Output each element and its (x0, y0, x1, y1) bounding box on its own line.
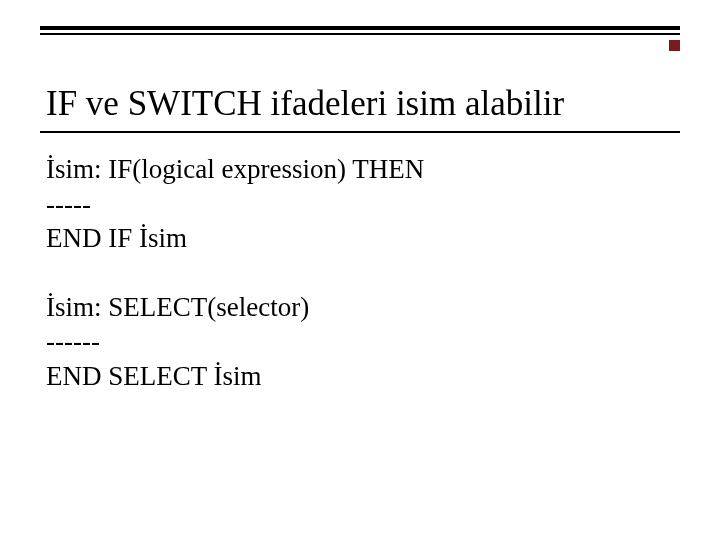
slide: IF ve SWITCH ifadeleri isim alabilir İsi… (0, 0, 720, 540)
code-line: İsim: SELECT(selector) (46, 290, 674, 325)
body-text: İsim: IF(logical expression) THEN ----- … (46, 152, 674, 393)
rule-thick (40, 26, 680, 30)
page-title: IF ve SWITCH ifadeleri isim alabilir (46, 86, 564, 125)
code-line: ----- (46, 187, 674, 222)
code-block-if: İsim: IF(logical expression) THEN ----- … (46, 152, 674, 256)
code-line: ------ (46, 324, 674, 359)
top-rule (40, 26, 680, 35)
code-line: İsim: IF(logical expression) THEN (46, 152, 674, 187)
accent-square-icon (669, 40, 680, 51)
code-line: END IF İsim (46, 221, 674, 256)
title-wrap: IF ve SWITCH ifadeleri isim alabilir (46, 86, 564, 125)
code-block-select: İsim: SELECT(selector) ------ END SELECT… (46, 290, 674, 394)
rule-thin (40, 33, 680, 35)
title-underline (40, 131, 680, 133)
code-line: END SELECT İsim (46, 359, 674, 394)
